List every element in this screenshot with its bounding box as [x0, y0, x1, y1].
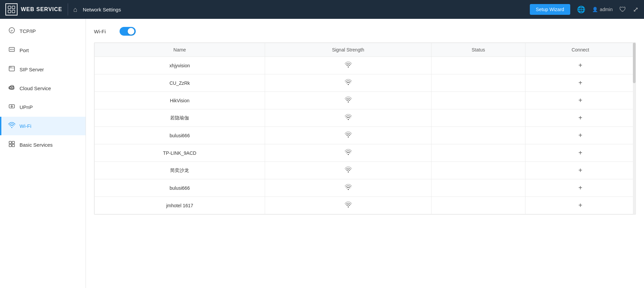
svg-rect-23: [9, 144, 11, 147]
cell-signal: [265, 109, 431, 127]
svg-point-12: [10, 67, 10, 68]
sidebar-item-label-sip-server: SIP Server: [20, 67, 44, 72]
cell-name: 若隐瑜伽: [95, 109, 265, 127]
connect-button-7[interactable]: +: [576, 183, 585, 192]
svg-point-28: [348, 119, 349, 120]
wifi-table: Name Signal Strength Status Connect xhjy…: [94, 43, 636, 214]
cell-signal: [265, 74, 431, 92]
cell-status: [431, 109, 525, 127]
scrollbar-track[interactable]: [633, 43, 636, 214]
col-name: Name: [95, 43, 265, 57]
svg-point-13: [11, 67, 11, 68]
cell-connect[interactable]: +: [525, 74, 636, 92]
cell-name: CU_ZzRk: [95, 74, 265, 92]
header: WEB SERVICE ⌂ Network Settings Setup Wiz…: [0, 0, 644, 19]
sidebar-item-label-port: Port: [20, 47, 29, 53]
shield-icon[interactable]: 🛡: [619, 6, 626, 13]
globe-icon[interactable]: 🌐: [577, 5, 585, 13]
table-row: jmhotel 1617 +: [95, 197, 636, 214]
cloud-service-icon: [8, 84, 15, 92]
table-row: 若隐瑜伽 +: [95, 109, 636, 127]
signal-wifi-icon: [345, 202, 352, 209]
sidebar-item-tcp-ip[interactable]: IP TCP/IP: [0, 22, 86, 41]
signal-wifi-icon: [345, 132, 352, 139]
home-icon[interactable]: ⌂: [73, 6, 77, 13]
logo: WEB SERVICE: [5, 3, 62, 15]
table-row: xhjyvision +: [95, 57, 636, 74]
logo-icon: [5, 3, 18, 15]
cell-signal: [265, 144, 431, 162]
wifi-table-wrapper: Name Signal Strength Status Connect xhjy…: [94, 42, 636, 215]
cell-status: [431, 57, 525, 74]
wifi-nav-icon: [8, 122, 15, 130]
sidebar-item-basic-services[interactable]: Basic Services: [0, 135, 86, 154]
setup-wizard-button[interactable]: Setup Wizard: [530, 4, 570, 15]
wifi-toggle-row: Wi-Fi: [94, 27, 636, 36]
header-actions: Setup Wizard 🌐 👤 admin 🛡 ⤢: [530, 4, 639, 15]
cell-name: jmhotel 1617: [95, 197, 265, 214]
svg-rect-21: [9, 141, 11, 144]
scrollbar-thumb[interactable]: [633, 43, 636, 83]
svg-point-33: [348, 207, 349, 208]
svg-point-25: [348, 67, 349, 68]
cell-signal: [265, 57, 431, 74]
connect-button-3[interactable]: +: [576, 113, 585, 122]
connect-button-8[interactable]: +: [576, 201, 585, 210]
svg-text:IP: IP: [10, 29, 13, 32]
sidebar-item-upnp[interactable]: UPnP: [0, 98, 86, 117]
sidebar-item-label-cloud-service: Cloud Service: [20, 85, 51, 91]
cell-status: [431, 162, 525, 179]
cell-connect[interactable]: +: [525, 127, 636, 144]
sip-server-icon: [8, 65, 15, 74]
wifi-table-body: xhjyvision +CU_ZzRk +HikVision: [95, 57, 636, 214]
cell-status: [431, 127, 525, 144]
cell-name: bulusi666: [95, 179, 265, 197]
cell-status: [431, 197, 525, 214]
connect-button-2[interactable]: +: [576, 96, 585, 105]
cell-status: [431, 179, 525, 197]
signal-wifi-icon: [345, 80, 352, 86]
port-icon: [8, 46, 15, 55]
col-connect: Connect: [525, 43, 636, 57]
cell-status: [431, 144, 525, 162]
cell-signal: [265, 127, 431, 144]
sidebar-item-sip-server[interactable]: SIP Server: [0, 60, 86, 79]
signal-wifi-icon: [345, 167, 352, 174]
cell-signal: [265, 162, 431, 179]
wifi-toggle[interactable]: [120, 27, 136, 36]
svg-point-27: [348, 102, 349, 103]
cell-name: bulusi666: [95, 127, 265, 144]
cell-connect[interactable]: +: [525, 109, 636, 127]
cell-connect[interactable]: +: [525, 57, 636, 74]
col-status: Status: [431, 43, 525, 57]
cell-name: TP-LINK_9ACD: [95, 144, 265, 162]
signal-wifi-icon: [345, 62, 352, 69]
signal-wifi-icon: [345, 97, 352, 104]
sidebar-item-port[interactable]: Port: [0, 41, 86, 60]
svg-point-29: [348, 137, 349, 138]
cell-connect[interactable]: +: [525, 144, 636, 162]
layout: IP TCP/IP Port: [0, 19, 644, 288]
table-row: HikVision +: [95, 92, 636, 109]
sidebar-item-cloud-service[interactable]: Cloud Service: [0, 79, 86, 98]
cell-connect[interactable]: +: [525, 197, 636, 214]
cell-connect[interactable]: +: [525, 179, 636, 197]
connect-button-6[interactable]: +: [576, 166, 585, 175]
sidebar-item-wifi[interactable]: Wi-Fi: [0, 117, 86, 135]
expand-icon[interactable]: ⤢: [633, 5, 639, 13]
header-divider: [68, 3, 68, 15]
cell-connect[interactable]: +: [525, 92, 636, 109]
signal-wifi-icon: [345, 115, 352, 121]
table-row: bulusi666 +: [95, 127, 636, 144]
sidebar: IP TCP/IP Port: [0, 19, 86, 288]
sidebar-item-label-basic-services: Basic Services: [20, 142, 53, 148]
connect-button-4[interactable]: +: [576, 131, 585, 140]
cell-signal: [265, 179, 431, 197]
col-signal: Signal Strength: [265, 43, 431, 57]
svg-point-26: [348, 84, 349, 85]
svg-rect-2: [8, 10, 11, 13]
connect-button-1[interactable]: +: [576, 78, 585, 87]
connect-button-0[interactable]: +: [576, 61, 585, 70]
connect-button-5[interactable]: +: [576, 148, 585, 157]
cell-connect[interactable]: +: [525, 162, 636, 179]
